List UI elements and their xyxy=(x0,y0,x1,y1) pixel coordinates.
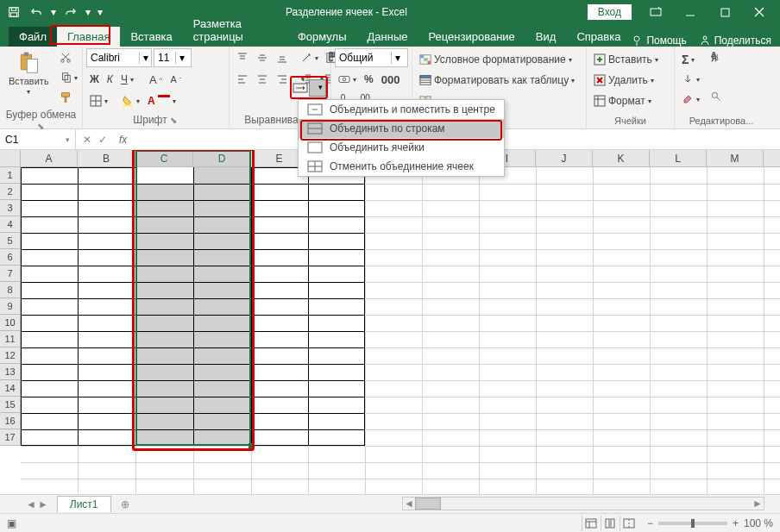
format-as-table-button[interactable]: Форматировать как таблицу▾ xyxy=(416,71,578,90)
login-button[interactable]: Вход xyxy=(588,4,632,20)
comma-icon[interactable]: 000 xyxy=(378,70,404,89)
row-header[interactable]: 16 xyxy=(0,413,21,429)
row-header[interactable]: 8 xyxy=(0,282,21,298)
fx-icon[interactable]: fx xyxy=(114,134,132,146)
record-macro-icon[interactable]: ▣ xyxy=(7,517,16,529)
clear-icon[interactable]: ▾ xyxy=(678,90,703,109)
zoom-in-icon[interactable]: + xyxy=(733,517,739,529)
sheet-nav-next-icon[interactable]: ► xyxy=(38,498,48,510)
select-all-corner[interactable] xyxy=(0,150,21,166)
zoom-slider[interactable] xyxy=(658,522,727,525)
font-color-button[interactable]: A▾ xyxy=(144,91,179,110)
underline-button[interactable]: Ч▾ xyxy=(117,70,137,89)
column-header[interactable]: L xyxy=(650,150,707,166)
percent-icon[interactable]: % xyxy=(361,70,377,89)
column-header[interactable]: K xyxy=(593,150,650,166)
save-icon[interactable] xyxy=(3,3,24,22)
sort-filter-icon[interactable]: AЯ xyxy=(707,50,726,88)
font-name-combo[interactable]: ▾ xyxy=(86,48,152,67)
zoom-out-icon[interactable]: − xyxy=(647,517,653,529)
enter-formula-icon[interactable]: ✓ xyxy=(98,134,107,146)
orientation-icon[interactable]: ▾ xyxy=(297,48,322,67)
align-middle-icon[interactable] xyxy=(253,48,272,67)
row-header[interactable]: 17 xyxy=(0,429,21,446)
undo-dropdown-icon[interactable]: ▾ xyxy=(48,3,59,22)
insert-cells-button[interactable]: Вставить▾ xyxy=(590,50,662,69)
accounting-format-icon[interactable]: ▾ xyxy=(335,70,360,89)
tab-help[interactable]: Справка xyxy=(566,27,631,47)
merge-split-button[interactable]: ▾ xyxy=(309,79,326,97)
align-left-icon[interactable] xyxy=(233,70,252,89)
delete-cells-button[interactable]: Удалить▾ xyxy=(590,71,657,90)
worksheet-grid[interactable]: ABCDEFGHIJKLM 1234567891011121314151617 xyxy=(0,150,780,494)
row-header[interactable]: 13 xyxy=(0,364,21,380)
page-break-view-icon[interactable] xyxy=(620,516,638,531)
align-right-icon[interactable] xyxy=(273,70,292,89)
column-header[interactable]: M xyxy=(707,150,764,166)
row-header[interactable]: 14 xyxy=(0,380,21,397)
qat-customize-icon[interactable]: ▾ xyxy=(95,3,105,22)
row-header[interactable]: 15 xyxy=(0,397,21,413)
tab-data[interactable]: Данные xyxy=(356,27,418,47)
tab-home[interactable]: Главная xyxy=(57,27,120,47)
column-header[interactable]: A xyxy=(21,150,78,166)
row-header[interactable]: 6 xyxy=(0,249,21,266)
conditional-formatting-button[interactable]: Условное форматирование▾ xyxy=(416,50,576,69)
column-header[interactable]: J xyxy=(536,150,593,166)
number-format-combo[interactable]: ▾ xyxy=(335,48,408,67)
tab-formulas[interactable]: Формулы xyxy=(287,27,357,47)
fill-icon[interactable]: ▾ xyxy=(678,70,703,89)
unmerge-item[interactable]: Отменить объединение ячеек xyxy=(299,157,504,176)
maximize-icon[interactable] xyxy=(708,0,742,24)
tell-me-button[interactable]: Помощь xyxy=(631,34,686,47)
row-header[interactable]: 5 xyxy=(0,233,21,249)
undo-icon[interactable] xyxy=(26,3,47,22)
row-header[interactable]: 11 xyxy=(0,331,21,347)
align-center-icon[interactable] xyxy=(253,70,272,89)
font-size-combo[interactable]: ▾ xyxy=(154,48,192,67)
column-header[interactable]: B xyxy=(78,150,135,166)
merge-center-item[interactable]: Объединить и поместить в центре xyxy=(299,100,504,119)
autosum-icon[interactable]: Σ▾ xyxy=(678,50,703,69)
row-header[interactable]: 7 xyxy=(0,266,21,282)
row-header[interactable]: 1 xyxy=(0,167,21,184)
align-bottom-icon[interactable] xyxy=(273,48,292,67)
format-cells-button[interactable]: Формат▾ xyxy=(590,91,655,110)
italic-button[interactable]: К xyxy=(104,70,116,89)
tab-layout[interactable]: Разметка страницы xyxy=(183,14,287,47)
tab-insert[interactable]: Вставка xyxy=(120,27,182,47)
increase-font-icon[interactable]: A^ xyxy=(146,70,166,89)
align-top-icon[interactable] xyxy=(233,48,252,67)
tab-file[interactable]: Файл xyxy=(9,27,57,47)
close-icon[interactable] xyxy=(742,0,777,24)
row-header[interactable]: 12 xyxy=(0,347,21,364)
row-header[interactable]: 2 xyxy=(0,184,21,200)
minimize-icon[interactable] xyxy=(673,0,708,24)
sheet-tab[interactable]: Лист1 xyxy=(57,496,111,512)
fill-handle[interactable] xyxy=(248,443,254,448)
row-header[interactable]: 4 xyxy=(0,216,21,233)
share-button[interactable]: Поделиться xyxy=(699,34,771,47)
bold-button[interactable]: Ж xyxy=(86,70,103,89)
page-layout-view-icon[interactable] xyxy=(601,516,620,531)
redo-dropdown-icon[interactable]: ▾ xyxy=(83,3,93,22)
fill-color-button[interactable]: ▾ xyxy=(118,91,143,110)
cancel-formula-icon[interactable]: ✕ xyxy=(83,134,91,146)
copy-button[interactable]: ▾ xyxy=(56,68,81,87)
find-select-icon[interactable] xyxy=(707,89,726,108)
format-painter-button[interactable] xyxy=(56,88,81,107)
sheet-nav-prev-icon[interactable]: ◄ xyxy=(26,498,36,510)
row-header[interactable]: 10 xyxy=(0,315,21,331)
horizontal-scrollbar[interactable]: ◄► xyxy=(402,497,764,510)
normal-view-icon[interactable] xyxy=(582,516,601,531)
tab-view[interactable]: Вид xyxy=(525,27,567,47)
row-header[interactable]: 9 xyxy=(0,298,21,315)
decrease-font-icon[interactable]: Aˇ xyxy=(167,70,185,89)
new-sheet-icon[interactable]: ⊕ xyxy=(116,496,134,513)
redo-icon[interactable] xyxy=(60,3,81,22)
tab-review[interactable]: Рецензирование xyxy=(418,27,525,47)
merge-cells-item[interactable]: Объединить ячейки xyxy=(299,138,504,157)
zoom-level[interactable]: 100 % xyxy=(744,517,773,529)
row-header[interactable]: 3 xyxy=(0,200,21,216)
cut-button[interactable] xyxy=(56,48,81,67)
